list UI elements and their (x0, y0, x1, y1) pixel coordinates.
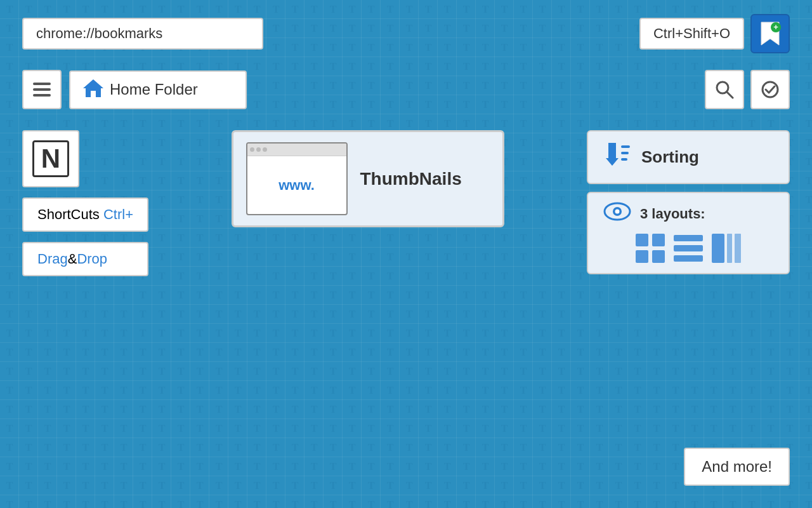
svg-rect-15 (636, 250, 648, 263)
svg-marker-2 (83, 79, 103, 97)
layouts-label: 3 layouts: (640, 206, 705, 222)
grid-layout-icon (634, 232, 666, 264)
second-row-left: Home Folder (22, 70, 247, 109)
svg-text:+: + (773, 22, 778, 32)
drop-label: Drop (77, 251, 107, 267)
home-folder-button[interactable]: Home Folder (69, 70, 247, 109)
keyboard-shortcut-display: Ctrl+Shift+O (639, 18, 744, 50)
svg-rect-14 (652, 234, 665, 246)
thumbnails-card[interactable]: www. ThumbNails (232, 130, 504, 227)
left-features: N ShortCuts Ctrl+ Drag&Drop (22, 130, 148, 276)
drag-drop-button[interactable]: Drag&Drop (22, 242, 148, 276)
shortcuts-label: ShortCuts (37, 206, 103, 222)
address-right: Ctrl+Shift+O + (639, 14, 790, 53)
and-more-button[interactable]: And more! (684, 448, 790, 486)
second-row: Home Folder (22, 70, 790, 109)
thumbnail-titlebar (247, 144, 346, 156)
right-features: Sorting 3 layouts: (587, 130, 790, 274)
notion-button[interactable]: N (22, 130, 79, 187)
hamburger-icon (33, 83, 51, 97)
menu-button[interactable] (22, 70, 62, 109)
www-label: www. (278, 177, 315, 194)
home-folder-label: Home Folder (110, 81, 198, 98)
svg-rect-8 (621, 152, 629, 154)
svg-rect-21 (727, 234, 732, 263)
svg-rect-18 (674, 245, 703, 251)
search-button[interactable] (705, 70, 744, 109)
svg-rect-19 (674, 255, 703, 262)
search-icon (715, 80, 734, 99)
thumbnail-preview: www. (246, 142, 348, 215)
and-label: & (68, 251, 77, 267)
address-bar-row: chrome://bookmarks Ctrl+Shift+O + (22, 14, 790, 53)
svg-rect-22 (735, 234, 741, 263)
svg-rect-13 (636, 234, 648, 246)
svg-rect-16 (652, 250, 665, 263)
add-bookmark-button[interactable]: + (750, 14, 790, 53)
compact-layout-icon (710, 232, 742, 264)
layouts-top: 3 layouts: (603, 202, 773, 226)
svg-point-12 (615, 210, 620, 214)
features-area: N ShortCuts Ctrl+ Drag&Drop www. ThumbNa… (22, 130, 790, 276)
thumbnail-body: www. (247, 156, 346, 214)
bookmark-icon: + (759, 21, 782, 46)
svg-rect-9 (621, 158, 627, 161)
shortcuts-button[interactable]: ShortCuts Ctrl+ (22, 197, 148, 232)
sorting-label: Sorting (641, 147, 699, 167)
checkmark-circle-icon (761, 80, 780, 99)
checkmark-button[interactable] (750, 70, 790, 109)
svg-marker-6 (606, 143, 619, 166)
svg-rect-7 (621, 145, 630, 148)
sorting-icon (603, 140, 631, 174)
list-layout-icon (672, 232, 704, 264)
thumbnails-label: ThumbNails (360, 169, 462, 189)
svg-rect-17 (674, 235, 703, 241)
ctrl-label: Ctrl+ (103, 206, 133, 222)
layouts-icons (603, 232, 773, 264)
second-row-right (705, 70, 790, 109)
notion-icon: N (32, 140, 69, 177)
sorting-card[interactable]: Sorting (587, 130, 790, 184)
home-icon (83, 78, 103, 102)
eye-icon (603, 202, 631, 226)
address-bar[interactable]: chrome://bookmarks (22, 18, 263, 50)
layouts-card[interactable]: 3 layouts: (587, 192, 790, 274)
drag-label: Drag (37, 251, 68, 267)
svg-line-4 (727, 92, 733, 98)
svg-rect-20 (712, 234, 724, 263)
